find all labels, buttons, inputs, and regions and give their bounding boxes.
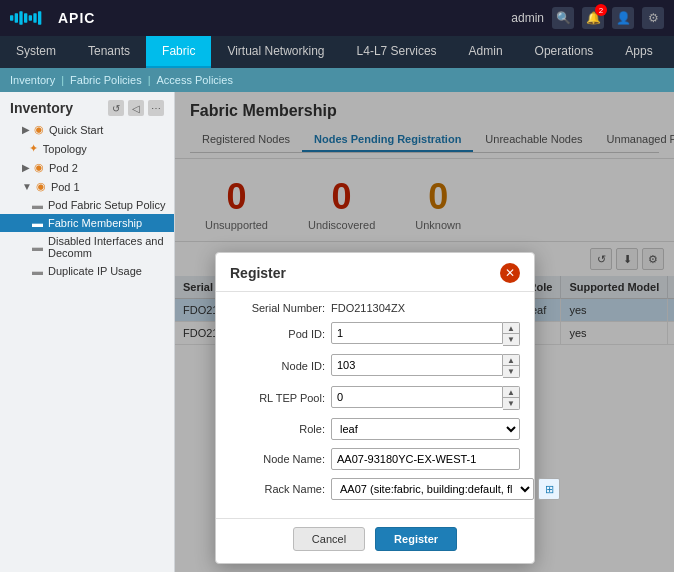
topology-icon: ✦ bbox=[29, 142, 38, 155]
rack-name-select[interactable]: AA07 (site:fabric, building:default, fl bbox=[331, 478, 534, 500]
node-id-input[interactable] bbox=[331, 354, 503, 376]
sidebar-label-pod2: Pod 2 bbox=[49, 162, 78, 174]
nav-operations[interactable]: Operations bbox=[519, 36, 610, 68]
role-label: Role: bbox=[230, 423, 325, 435]
sidebar-back-icon[interactable]: ◁ bbox=[128, 100, 144, 116]
node-id-down-button[interactable]: ▼ bbox=[503, 366, 519, 377]
pod-id-down-button[interactable]: ▼ bbox=[503, 334, 519, 345]
modal-header: Register ✕ bbox=[216, 253, 534, 292]
form-serial-number: Serial Number: FDO211304ZX bbox=[230, 302, 520, 314]
node-id-spinner: ▲ ▼ bbox=[331, 354, 520, 378]
pod1-icon: ◉ bbox=[36, 180, 46, 193]
svg-rect-2 bbox=[19, 11, 22, 24]
serial-number-value: FDO211304ZX bbox=[331, 302, 405, 314]
svg-rect-1 bbox=[15, 13, 18, 22]
rl-tep-pool-spinner: ▲ ▼ bbox=[331, 386, 520, 410]
modal-close-button[interactable]: ✕ bbox=[500, 263, 520, 283]
nav-l4-l7-services[interactable]: L4-L7 Services bbox=[341, 36, 453, 68]
cisco-logo bbox=[10, 8, 50, 28]
modal-title: Register bbox=[230, 265, 286, 281]
sidebar-item-disabled-interfaces[interactable]: ▬ Disabled Interfaces and Decomm bbox=[0, 232, 174, 262]
svg-rect-4 bbox=[29, 15, 32, 20]
breadcrumb-fabric-policies[interactable]: Fabric Policies bbox=[70, 74, 142, 86]
notification-badge: 2 bbox=[595, 4, 607, 16]
svg-rect-6 bbox=[38, 11, 41, 24]
pod-id-up-button[interactable]: ▲ bbox=[503, 323, 519, 334]
sidebar-header: Inventory ↺ ◁ ⋯ bbox=[0, 92, 174, 120]
form-role: Role: leaf spine controller bbox=[230, 418, 520, 440]
svg-rect-5 bbox=[33, 13, 36, 22]
breadcrumb-sep-2: | bbox=[148, 74, 151, 86]
svg-rect-3 bbox=[24, 13, 27, 22]
sidebar-item-pod2[interactable]: ▶ ◉ Pod 2 bbox=[0, 158, 174, 177]
rack-name-label: Rack Name: bbox=[230, 483, 325, 495]
nav-virtual-networking[interactable]: Virtual Networking bbox=[211, 36, 340, 68]
main-layout: Inventory ↺ ◁ ⋯ ▶ ◉ Quick Start ✦ Topolo… bbox=[0, 92, 674, 572]
sidebar-item-topology[interactable]: ✦ Topology bbox=[0, 139, 174, 158]
content-area: Fabric Membership Registered Nodes Nodes… bbox=[175, 92, 674, 572]
rack-name-row: AA07 (site:fabric, building:default, fl … bbox=[331, 478, 560, 500]
sidebar-label-pod-fabric: Pod Fabric Setup Policy bbox=[48, 199, 165, 211]
sidebar-label-quick-start: Quick Start bbox=[49, 124, 103, 136]
sidebar-label-pod1: Pod 1 bbox=[51, 181, 80, 193]
cancel-button[interactable]: Cancel bbox=[293, 527, 365, 551]
nav-tenants[interactable]: Tenants bbox=[72, 36, 146, 68]
folder-icon-2: ▬ bbox=[32, 241, 43, 253]
pod2-expand-icon: ▶ bbox=[22, 162, 30, 173]
user-button[interactable]: 👤 bbox=[612, 7, 634, 29]
modal-body: Serial Number: FDO211304ZX Pod ID: ▲ ▼ bbox=[216, 292, 534, 518]
logo-area: APIC bbox=[10, 8, 95, 28]
breadcrumb: Inventory | Fabric Policies | Access Pol… bbox=[0, 68, 674, 92]
sidebar-item-pod1[interactable]: ▼ ◉ Pod 1 bbox=[0, 177, 174, 196]
modal-footer: Cancel Register bbox=[216, 518, 534, 563]
sidebar-item-fabric-membership[interactable]: ▬ Fabric Membership bbox=[0, 214, 174, 232]
form-rack-name: Rack Name: AA07 (site:fabric, building:d… bbox=[230, 478, 520, 500]
node-id-up-button[interactable]: ▲ bbox=[503, 355, 519, 366]
pod1-expand-icon: ▼ bbox=[22, 181, 32, 192]
quick-start-icon: ◉ bbox=[34, 123, 44, 136]
sidebar-item-quick-start[interactable]: ▶ ◉ Quick Start bbox=[0, 120, 174, 139]
rl-tep-up-button[interactable]: ▲ bbox=[503, 387, 519, 398]
nav-system[interactable]: System bbox=[0, 36, 72, 68]
breadcrumb-inventory[interactable]: Inventory bbox=[10, 74, 55, 86]
form-rl-tep-pool: RL TEP Pool: ▲ ▼ bbox=[230, 386, 520, 410]
svg-rect-0 bbox=[10, 15, 13, 20]
sidebar: Inventory ↺ ◁ ⋯ ▶ ◉ Quick Start ✦ Topolo… bbox=[0, 92, 175, 572]
sidebar-refresh-icon[interactable]: ↺ bbox=[108, 100, 124, 116]
form-node-id: Node ID: ▲ ▼ bbox=[230, 354, 520, 378]
form-pod-id: Pod ID: ▲ ▼ bbox=[230, 322, 520, 346]
node-name-input[interactable] bbox=[331, 448, 520, 470]
settings-button[interactable]: ⚙ bbox=[642, 7, 664, 29]
modal-overlay: Register ✕ Serial Number: FDO211304ZX Po… bbox=[175, 92, 674, 572]
sidebar-toolbar: ↺ ◁ ⋯ bbox=[108, 100, 164, 116]
notifications-button[interactable]: 🔔 2 bbox=[582, 7, 604, 29]
rl-tep-pool-spinner-btns: ▲ ▼ bbox=[503, 386, 520, 410]
expand-arrow-icon: ▶ bbox=[22, 124, 30, 135]
nav-admin[interactable]: Admin bbox=[453, 36, 519, 68]
sidebar-label-duplicate: Duplicate IP Usage bbox=[48, 265, 142, 277]
register-button[interactable]: Register bbox=[375, 527, 457, 551]
sidebar-label-disabled: Disabled Interfaces and Decomm bbox=[48, 235, 166, 259]
register-modal: Register ✕ Serial Number: FDO211304ZX Po… bbox=[215, 252, 535, 564]
pod-id-spinner-btns: ▲ ▼ bbox=[503, 322, 520, 346]
app-name: APIC bbox=[58, 10, 95, 26]
search-button[interactable]: 🔍 bbox=[552, 7, 574, 29]
rl-tep-down-button[interactable]: ▼ bbox=[503, 398, 519, 409]
username: admin bbox=[511, 11, 544, 25]
rl-tep-pool-label: RL TEP Pool: bbox=[230, 392, 325, 404]
nav-apps[interactable]: Apps bbox=[609, 36, 668, 68]
sidebar-item-duplicate-ip[interactable]: ▬ Duplicate IP Usage bbox=[0, 262, 174, 280]
main-nav: System Tenants Fabric Virtual Networking… bbox=[0, 36, 674, 68]
sidebar-menu-icon[interactable]: ⋯ bbox=[148, 100, 164, 116]
breadcrumb-access-policies[interactable]: Access Policies bbox=[157, 74, 233, 86]
node-id-spinner-btns: ▲ ▼ bbox=[503, 354, 520, 378]
pod-id-input[interactable] bbox=[331, 322, 503, 344]
sidebar-item-pod-fabric-setup[interactable]: ▬ Pod Fabric Setup Policy bbox=[0, 196, 174, 214]
rack-browse-button[interactable]: ⊞ bbox=[538, 478, 560, 500]
sidebar-title: Inventory bbox=[10, 100, 73, 116]
form-node-name: Node Name: bbox=[230, 448, 520, 470]
folder-icon-3: ▬ bbox=[32, 265, 43, 277]
rl-tep-pool-input[interactable] bbox=[331, 386, 503, 408]
nav-fabric[interactable]: Fabric bbox=[146, 36, 211, 68]
role-select[interactable]: leaf spine controller bbox=[331, 418, 520, 440]
